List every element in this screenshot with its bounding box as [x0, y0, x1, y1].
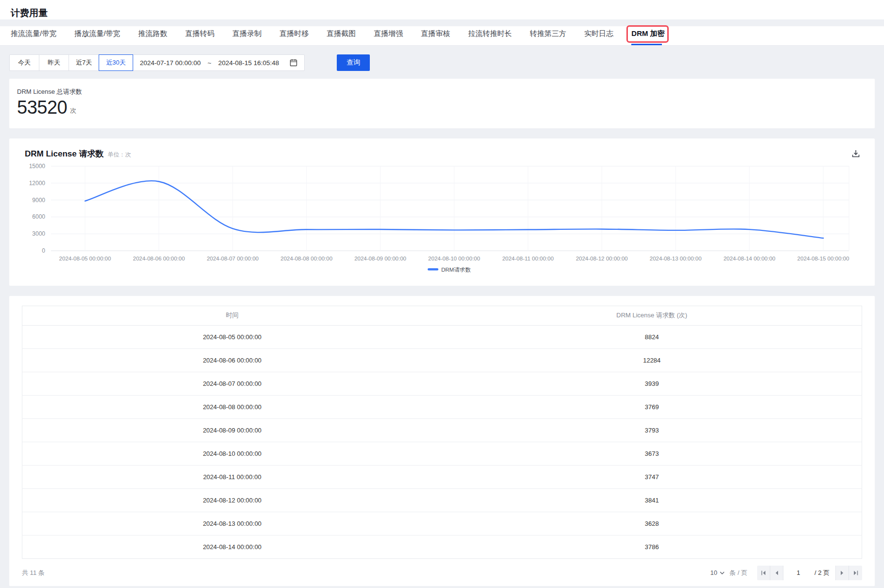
svg-text:12000: 12000	[29, 180, 46, 187]
quick-range-昨天[interactable]: 昨天	[39, 54, 69, 71]
data-table: 时间DRM License 请求数 (次) 2024-08-05 00:00:0…	[22, 306, 862, 559]
active-tab-indicator	[631, 44, 661, 45]
cell-value: 3673	[442, 442, 862, 465]
table-row: 2024-08-11 00:00:003747	[22, 465, 862, 488]
filter-bar: 今天昨天近7天近30天 2024-07-17 00:00:00 ~ 2024-0…	[9, 54, 875, 71]
page-number-input[interactable]: 1	[783, 569, 814, 576]
svg-text:2024-08-09 00:00:00: 2024-08-09 00:00:00	[354, 256, 406, 261]
svg-text:2024-08-11 00:00:00: 2024-08-11 00:00:00	[502, 256, 554, 261]
cell-time: 2024-08-10 00:00:00	[22, 442, 442, 465]
tab-label: 直播截图	[327, 29, 356, 37]
table-row: 2024-08-05 00:00:008824	[22, 325, 862, 348]
query-button[interactable]: 查询	[337, 54, 370, 71]
svg-text:3000: 3000	[32, 230, 45, 237]
quick-range-group: 今天昨天近7天近30天	[9, 54, 133, 71]
calendar-icon[interactable]	[290, 59, 297, 67]
gridlines	[51, 166, 849, 251]
tab-label: 实时日志	[584, 29, 613, 37]
next-page-button[interactable]	[836, 566, 849, 580]
tab-直播时移[interactable]: 直播时移	[279, 29, 309, 45]
tab-推流路数[interactable]: 推流路数	[138, 29, 167, 45]
tab-实时日志[interactable]: 实时日志	[584, 29, 613, 45]
first-page-button[interactable]	[757, 566, 770, 580]
x-axis-labels: 2024-08-05 00:00:002024-08-06 00:00:0020…	[59, 256, 849, 261]
tab-直播增强[interactable]: 直播增强	[374, 29, 403, 45]
table-header-row: 时间DRM License 请求数 (次)	[22, 306, 862, 325]
last-page-icon	[853, 571, 859, 575]
chart-legend[interactable]: DRM请求数	[428, 266, 471, 272]
tab-label: 播放流量/带宽	[74, 29, 120, 37]
download-icon[interactable]	[851, 149, 860, 158]
table-card: 时间DRM License 请求数 (次) 2024-08-05 00:00:0…	[9, 296, 875, 586]
date-end: 2024-08-15 16:05:48	[218, 59, 279, 67]
quick-range-今天[interactable]: 今天	[9, 54, 39, 71]
svg-text:2024-08-14 00:00:00: 2024-08-14 00:00:00	[724, 256, 776, 261]
prev-page-button[interactable]	[770, 566, 783, 580]
tab-推流流量-带宽[interactable]: 推流流量/带宽	[11, 29, 56, 45]
page-size-select[interactable]: 10	[711, 569, 725, 576]
tab-drm-加密[interactable]: DRM 加密	[631, 29, 664, 45]
cell-value: 3628	[442, 512, 862, 535]
first-page-icon	[761, 571, 766, 575]
tab-label: 转推第三方	[530, 29, 566, 37]
tab-直播录制[interactable]: 直播录制	[232, 29, 261, 45]
chart-card: DRM License 请求数 单位：次 0300060009000120001…	[9, 138, 875, 286]
top-band: 计费用量	[0, 0, 884, 19]
summary-unit: 次	[70, 106, 76, 118]
tab-label: 拉流转推时长	[468, 29, 512, 37]
last-page-button[interactable]	[849, 566, 862, 580]
tab-转推第三方[interactable]: 转推第三方	[530, 29, 566, 45]
quick-range-近30天[interactable]: 近30天	[99, 54, 133, 71]
tab-label: 直播增强	[374, 29, 403, 37]
table-row: 2024-08-09 00:00:003793	[22, 418, 862, 442]
svg-text:2024-08-12 00:00:00: 2024-08-12 00:00:00	[576, 256, 628, 261]
table-row: 2024-08-08 00:00:003769	[22, 395, 862, 418]
chevron-down-icon	[720, 571, 725, 574]
cell-time: 2024-08-11 00:00:00	[22, 465, 442, 488]
tab-bar: 推流流量/带宽播放流量/带宽推流路数直播转码直播录制直播时移直播截图直播增强直播…	[0, 26, 884, 46]
cell-time: 2024-08-08 00:00:00	[22, 395, 442, 418]
prev-page-icon	[775, 571, 779, 575]
table-row: 2024-08-07 00:00:003939	[22, 372, 862, 395]
svg-text:0: 0	[42, 247, 45, 254]
date-range-picker[interactable]: 2024-07-17 00:00:00 ~ 2024-08-15 16:05:4…	[133, 54, 305, 71]
tab-label: 推流流量/带宽	[11, 29, 56, 37]
cell-value: 12284	[442, 348, 862, 372]
cell-time: 2024-08-05 00:00:00	[22, 325, 442, 348]
summary-value: 53520	[17, 98, 67, 118]
per-page-label: 条 / 页	[729, 569, 747, 577]
quick-range-近7天[interactable]: 近7天	[69, 54, 99, 71]
tab-拉流转推时长[interactable]: 拉流转推时长	[468, 29, 512, 45]
table-row: 2024-08-06 00:00:0012284	[22, 348, 862, 372]
cell-time: 2024-08-12 00:00:00	[22, 488, 442, 512]
svg-text:DRM请求数: DRM请求数	[441, 266, 471, 272]
table-row: 2024-08-12 00:00:003841	[22, 488, 862, 512]
tab-直播转码[interactable]: 直播转码	[185, 29, 214, 45]
cell-time: 2024-08-07 00:00:00	[22, 372, 442, 395]
svg-text:2024-08-15 00:00:00: 2024-08-15 00:00:00	[797, 256, 849, 261]
tab-label: DRM 加密	[631, 29, 664, 37]
svg-text:2024-08-13 00:00:00: 2024-08-13 00:00:00	[650, 256, 702, 261]
cell-time: 2024-08-09 00:00:00	[22, 418, 442, 442]
table-footer: 共 11 条 10 条 / 页 1 / 2 页	[22, 566, 862, 580]
tab-label: 直播录制	[232, 29, 261, 37]
tab-直播审核[interactable]: 直播审核	[421, 29, 450, 45]
tab-label: 直播审核	[421, 29, 450, 37]
table-header-cell: DRM License 请求数 (次)	[442, 306, 862, 325]
cell-value: 3793	[442, 418, 862, 442]
tab-播放流量-带宽[interactable]: 播放流量/带宽	[74, 29, 120, 45]
y-axis-labels: 03000600090001200015000	[29, 163, 46, 254]
content-area: 今天昨天近7天近30天 2024-07-17 00:00:00 ~ 2024-0…	[0, 46, 884, 586]
summary-label: DRM License 总请求数	[17, 87, 867, 96]
next-page-icon	[840, 571, 844, 575]
pagination: 10 条 / 页 1 / 2 页	[711, 566, 862, 580]
svg-text:9000: 9000	[32, 196, 45, 203]
cell-value: 8824	[442, 325, 862, 348]
tab-直播截图[interactable]: 直播截图	[327, 29, 356, 45]
svg-text:2024-08-08 00:00:00: 2024-08-08 00:00:00	[280, 256, 332, 261]
summary-card: DRM License 总请求数 53520 次	[9, 79, 875, 128]
line-chart: 030006000900012000150002024-08-05 00:00:…	[17, 159, 866, 280]
pager-button-group: 1 / 2 页	[757, 566, 862, 580]
page-jump: 1 / 2 页	[783, 566, 836, 580]
tab-label: 直播转码	[185, 29, 214, 37]
